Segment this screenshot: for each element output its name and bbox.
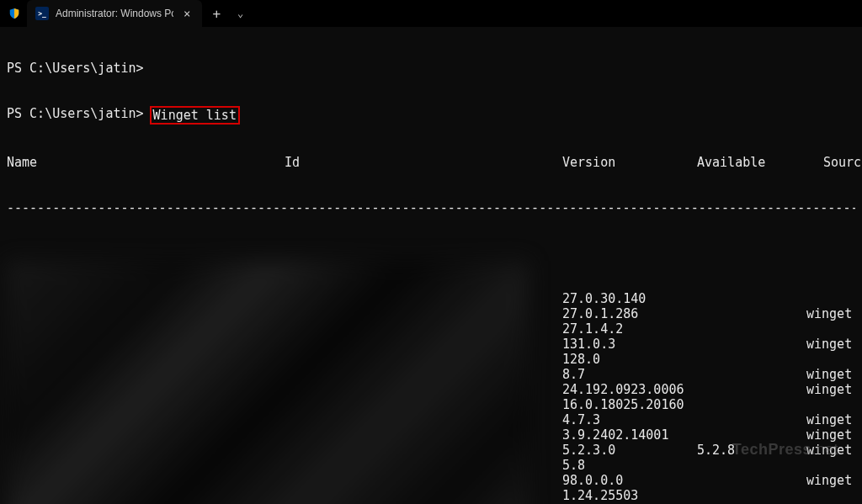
cell-version: 27.0.1.286 <box>562 306 697 321</box>
terminal-tab[interactable]: >_ Administrator: Windows Powe × <box>27 0 202 27</box>
cell-available <box>697 458 806 473</box>
cell-available <box>697 367 806 382</box>
prompt-line-1: PS C:\Users\jatin> <box>7 61 855 76</box>
col-version: Version <box>562 155 697 170</box>
cell-version: 5.8 <box>562 458 697 473</box>
new-tab-button[interactable]: + <box>202 6 231 22</box>
cell-source <box>806 291 855 306</box>
cell-version: 128.0 <box>562 352 697 367</box>
cell-source <box>806 458 855 473</box>
cell-available <box>697 382 806 397</box>
watermark-suffix: .net <box>811 441 838 458</box>
tab-title: Administrator: Windows Powe <box>56 8 173 19</box>
cell-version: 8.7 <box>562 367 697 382</box>
cell-source: winget <box>806 306 855 321</box>
col-available: Available <box>697 155 823 170</box>
cell-source: winget <box>806 473 855 488</box>
cell-available <box>697 337 806 352</box>
col-id: Id <box>285 155 562 170</box>
col-name: Name <box>7 155 285 170</box>
cell-version: 1.24.25503 <box>562 488 697 503</box>
cell-source: winget <box>806 367 855 382</box>
admin-shield-icon <box>8 8 20 19</box>
cell-version: 24.192.0923.0006 <box>562 382 697 397</box>
watermark: TechPress.net <box>732 441 838 459</box>
cell-version: 4.7.3 <box>562 412 697 427</box>
tab-dropdown-button[interactable]: ⌄ <box>231 8 250 19</box>
cell-available <box>697 291 806 306</box>
powershell-icon: >_ <box>35 7 49 20</box>
cell-version: 131.0.3 <box>562 337 697 352</box>
window-titlebar: >_ Administrator: Windows Powe × + ⌄ <box>0 0 862 27</box>
cell-version: 27.0.30.140 <box>562 291 697 306</box>
cell-version: 27.1.4.2 <box>562 321 697 337</box>
cell-source: winget <box>806 337 855 352</box>
cell-available <box>697 412 806 427</box>
cell-version: 5.2.3.0 <box>562 443 697 458</box>
prompt-line-2: PS C:\Users\jatin> Winget list <box>7 106 855 125</box>
cell-source <box>806 397 855 412</box>
cell-source: winget <box>806 412 855 427</box>
cell-version: 3.9.2402.14001 <box>562 427 697 443</box>
cell-available <box>697 488 806 503</box>
col-source: Source <box>823 155 862 170</box>
cell-available <box>697 306 806 321</box>
prompt-text: PS C:\Users\jatin> <box>7 106 152 125</box>
cell-available <box>697 352 806 367</box>
cell-source: winget <box>806 382 855 397</box>
blurred-rows-section: 27.0.30.14027.0.1.286winget27.1.4.2131.0… <box>7 261 855 504</box>
table-divider: ----------------------------------------… <box>7 200 855 215</box>
cell-source <box>806 488 855 503</box>
watermark-main: TechPress <box>732 441 811 458</box>
command-highlight: Winget list <box>150 106 240 125</box>
cell-available <box>697 473 806 488</box>
cell-source <box>806 321 855 337</box>
cell-version: 16.0.18025.20160 <box>562 397 697 412</box>
tab-close-button[interactable]: × <box>180 7 194 20</box>
table-header-row: Name Id Version Available Source <box>7 155 855 170</box>
blur-overlay <box>7 261 529 504</box>
cell-available <box>697 397 806 412</box>
prompt-text: PS C:\Users\jatin> <box>7 61 144 76</box>
cell-source <box>806 352 855 367</box>
cell-available <box>697 321 806 337</box>
terminal-content[interactable]: PS C:\Users\jatin> PS C:\Users\jatin> Wi… <box>0 27 862 504</box>
cell-version: 98.0.0.0 <box>562 473 697 488</box>
